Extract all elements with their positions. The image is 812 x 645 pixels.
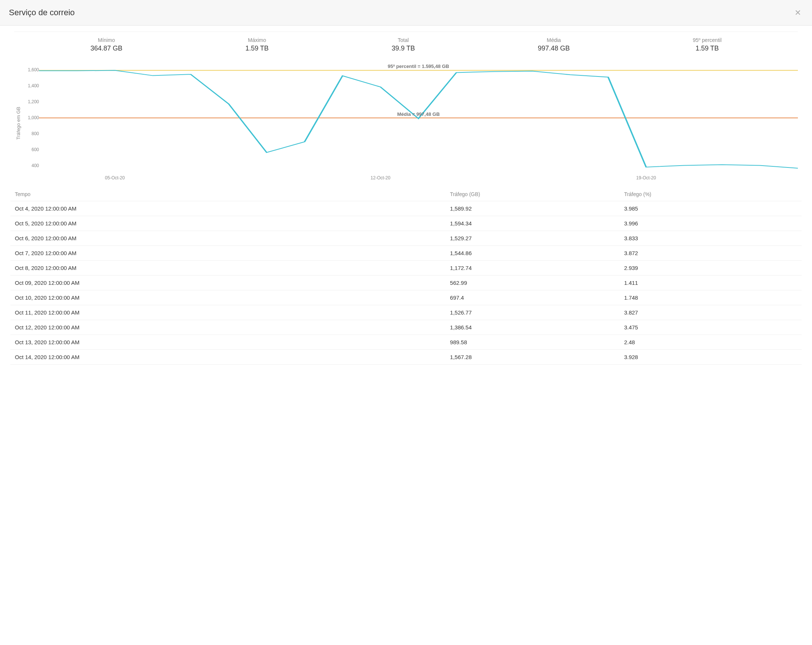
cell-time: Oct 11, 2020 12:00:00 AM: [11, 305, 446, 320]
stat-value: 364.87 GB: [90, 44, 122, 52]
modal-content: Mínimo 364.87 GB Máximo 1.59 TB Total 39…: [0, 26, 812, 365]
cell-gb: 1,594.34: [446, 216, 620, 231]
cell-time: Oct 4, 2020 12:00:00 AM: [11, 201, 446, 216]
chart-area: Tráfego em GB 1,6001,4001,2001,000800600…: [14, 62, 798, 185]
table-row: Oct 4, 2020 12:00:00 AM1,589.923.985: [11, 201, 801, 216]
percentile-label: 95º percentil = 1.595,48 GB: [388, 64, 449, 69]
x-tick: 05-Oct-20: [105, 175, 125, 180]
cell-time: Oct 12, 2020 12:00:00 AM: [11, 320, 446, 335]
cell-time: Oct 8, 2020 12:00:00 AM: [11, 261, 446, 275]
table-row: Oct 10, 2020 12:00:00 AM697.41.748: [11, 290, 801, 305]
cell-gb: 1,529.27: [446, 231, 620, 246]
cell-gb: 697.4: [446, 290, 620, 305]
table-row: Oct 12, 2020 12:00:00 AM1,386.543.475: [11, 320, 801, 335]
cell-pct: 3.985: [620, 201, 801, 216]
cell-time: Oct 09, 2020 12:00:00 AM: [11, 275, 446, 290]
y-tick: 800: [32, 131, 39, 136]
x-axis-ticks: 05-Oct-2012-Oct-2019-Oct-20: [39, 173, 798, 182]
cell-gb: 1,386.54: [446, 320, 620, 335]
col-traffic-pct: Tráfego (%): [620, 188, 801, 201]
stat-value: 39.9 TB: [392, 44, 415, 52]
cell-time: Oct 14, 2020 12:00:00 AM: [11, 350, 446, 365]
y-tick: 1,200: [28, 99, 39, 104]
table-row: Oct 13, 2020 12:00:00 AM989.582.48: [11, 335, 801, 350]
modal-header: Serviço de correio ×: [0, 0, 812, 26]
y-tick: 400: [32, 163, 39, 168]
cell-pct: 1.411: [620, 275, 801, 290]
stat-value: 1.59 TB: [693, 44, 722, 52]
table-row: Oct 7, 2020 12:00:00 AM1,544.863.872: [11, 246, 801, 261]
table-row: Oct 11, 2020 12:00:00 AM1,526.773.827: [11, 305, 801, 320]
cell-time: Oct 5, 2020 12:00:00 AM: [11, 216, 446, 231]
table-row: Oct 8, 2020 12:00:00 AM1,172.742.939: [11, 261, 801, 275]
plot-wrap: 95º percentil = 1.595,48 GB Média = 997,…: [39, 62, 798, 185]
y-tick: 1,400: [28, 83, 39, 89]
cell-pct: 3.475: [620, 320, 801, 335]
line-chart[interactable]: 95º percentil = 1.595,48 GB Média = 997,…: [39, 62, 798, 173]
traffic-table: Tempo Tráfego (GB) Tráfego (%) Oct 4, 20…: [11, 188, 801, 365]
table-header-row: Tempo Tráfego (GB) Tráfego (%): [11, 188, 801, 201]
x-tick: 19-Oct-20: [636, 175, 656, 180]
stat-min: Mínimo 364.87 GB: [90, 37, 122, 52]
cell-pct: 3.928: [620, 350, 801, 365]
y-tick: 600: [32, 147, 39, 152]
table-row: Oct 5, 2020 12:00:00 AM1,594.343.996: [11, 216, 801, 231]
stat-label: Mínimo: [90, 37, 122, 43]
cell-time: Oct 10, 2020 12:00:00 AM: [11, 290, 446, 305]
cell-time: Oct 13, 2020 12:00:00 AM: [11, 335, 446, 350]
x-tick: 12-Oct-20: [371, 175, 391, 180]
y-axis-label: Tráfego em GB: [14, 62, 23, 185]
stat-label: Média: [538, 37, 570, 43]
stat-value: 997.48 GB: [538, 44, 570, 52]
col-traffic-gb: Tráfego (GB): [446, 188, 620, 201]
stat-max: Máximo 1.59 TB: [245, 37, 269, 52]
chart-svg: [39, 62, 798, 173]
stats-summary-row: Mínimo 364.87 GB Máximo 1.59 TB Total 39…: [14, 32, 798, 55]
close-icon: ×: [795, 7, 801, 18]
cell-pct: 3.833: [620, 231, 801, 246]
cell-time: Oct 6, 2020 12:00:00 AM: [11, 231, 446, 246]
col-time: Tempo: [11, 188, 446, 201]
cell-pct: 2.48: [620, 335, 801, 350]
cell-gb: 1,172.74: [446, 261, 620, 275]
y-axis-ticks: 1,6001,4001,2001,000800600400: [23, 62, 39, 173]
stat-mean: Média 997.48 GB: [538, 37, 570, 52]
cell-pct: 2.939: [620, 261, 801, 275]
cell-pct: 3.872: [620, 246, 801, 261]
stat-label: 95º percentil: [693, 37, 722, 43]
cell-gb: 562.99: [446, 275, 620, 290]
modal-title: Serviço de correio: [9, 8, 75, 17]
cell-gb: 1,567.28: [446, 350, 620, 365]
cell-pct: 3.996: [620, 216, 801, 231]
stat-total: Total 39.9 TB: [392, 37, 415, 52]
close-button[interactable]: ×: [793, 8, 803, 18]
cell-gb: 1,589.92: [446, 201, 620, 216]
stat-percentile: 95º percentil 1.59 TB: [693, 37, 722, 52]
mean-label: Média = 997,48 GB: [397, 112, 440, 117]
table-row: Oct 6, 2020 12:00:00 AM1,529.273.833: [11, 231, 801, 246]
cell-pct: 1.748: [620, 290, 801, 305]
stat-label: Máximo: [245, 37, 269, 43]
modal-dialog: Serviço de correio × Mínimo 364.87 GB Má…: [0, 0, 812, 365]
y-tick: 1,000: [28, 115, 39, 120]
table-row: Oct 14, 2020 12:00:00 AM1,567.283.928: [11, 350, 801, 365]
y-tick: 1,600: [28, 67, 39, 72]
stat-label: Total: [392, 37, 415, 43]
cell-gb: 989.58: [446, 335, 620, 350]
table-row: Oct 09, 2020 12:00:00 AM562.991.411: [11, 275, 801, 290]
cell-time: Oct 7, 2020 12:00:00 AM: [11, 246, 446, 261]
cell-pct: 3.827: [620, 305, 801, 320]
cell-gb: 1,544.86: [446, 246, 620, 261]
series-line: [39, 70, 798, 168]
cell-gb: 1,526.77: [446, 305, 620, 320]
stat-value: 1.59 TB: [245, 44, 269, 52]
